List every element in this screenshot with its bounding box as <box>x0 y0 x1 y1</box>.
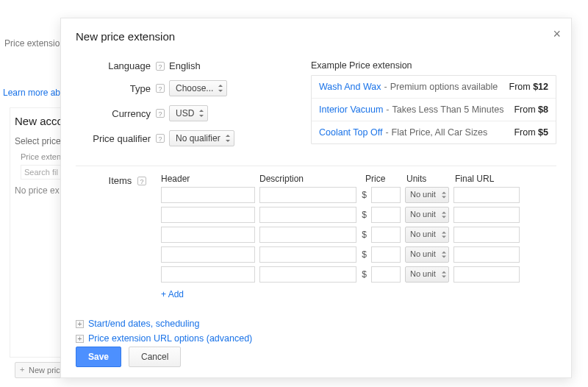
example-desc: Premium options available <box>390 82 498 92</box>
add-item-link[interactable]: + Add <box>161 289 184 299</box>
col-header-units: Units <box>406 174 451 184</box>
new-price-extension-modal: × New price extension Language ? English… <box>60 18 572 378</box>
col-header-description: Description <box>259 174 356 184</box>
sort-icon <box>442 252 446 258</box>
item-row: $No unit <box>161 266 556 283</box>
item-units-value: No unit <box>410 190 436 199</box>
example-link[interactable]: Interior Vacuum <box>319 104 383 115</box>
dollar-sign: $ <box>361 249 367 260</box>
bg-price-ext-label: Price extension <box>4 38 65 49</box>
example-price: From $8 <box>514 104 548 115</box>
item-units-value: No unit <box>410 249 436 258</box>
item-price-input[interactable] <box>371 266 401 283</box>
price-qualifier-label: Price qualifier <box>76 133 154 144</box>
item-final-url-input[interactable] <box>453 246 520 263</box>
sort-icon <box>226 135 231 142</box>
item-row: $No unit <box>161 207 556 223</box>
item-final-url-input[interactable] <box>453 207 520 223</box>
type-label: Type <box>76 83 154 94</box>
url-options-expander[interactable]: + Price extension URL options (advanced) <box>76 333 556 344</box>
item-row: $No unit <box>161 246 556 263</box>
item-price-input[interactable] <box>371 246 401 263</box>
price-qualifier-value: No qualifier <box>176 133 220 143</box>
scheduling-expander[interactable]: + Start/end dates, scheduling <box>76 319 556 329</box>
help-icon[interactable]: ? <box>156 109 165 118</box>
example-price: From $5 <box>514 127 548 138</box>
example-price: From $12 <box>509 82 549 92</box>
close-icon[interactable]: × <box>553 27 561 40</box>
currency-select-value: USD <box>176 108 194 118</box>
language-value: English <box>169 60 201 71</box>
item-row: $No unit <box>161 187 556 203</box>
dollar-sign: $ <box>361 230 367 240</box>
scheduling-expander-label: Start/end dates, scheduling <box>88 319 200 329</box>
save-button[interactable]: Save <box>76 347 121 367</box>
item-units-select[interactable]: No unit <box>405 187 449 203</box>
bg-no-price-text: No price ex <box>15 185 60 196</box>
sort-icon <box>442 212 446 219</box>
example-link[interactable]: Coolant Top Off <box>319 127 382 138</box>
item-description-input[interactable] <box>259 266 356 283</box>
item-description-input[interactable] <box>259 227 356 243</box>
item-price-input[interactable] <box>371 207 401 223</box>
item-units-select[interactable]: No unit <box>405 207 449 223</box>
bg-search-input[interactable]: Search fil <box>21 165 65 180</box>
modal-footer: Save Cancel <box>76 347 181 367</box>
example-desc: Takes Less Than 5 Minutes <box>392 104 503 115</box>
form-column: Language ? English Type ? Choose... Curr… <box>76 60 296 155</box>
example-column: Example Price extension Wash And Wax - P… <box>311 60 556 155</box>
example-heading: Example Price extension <box>311 60 556 71</box>
language-label: Language <box>76 60 154 71</box>
item-price-input[interactable] <box>371 187 401 203</box>
sort-icon <box>442 271 446 278</box>
item-final-url-input[interactable] <box>453 227 520 243</box>
help-icon[interactable]: ? <box>156 84 165 93</box>
item-header-input[interactable] <box>161 207 255 223</box>
item-units-select[interactable]: No unit <box>405 246 449 263</box>
item-final-url-input[interactable] <box>453 266 520 283</box>
items-section-label: Items ? <box>76 174 154 299</box>
sort-icon <box>442 232 446 238</box>
example-dash: - <box>384 82 387 92</box>
dollar-sign: $ <box>361 190 367 200</box>
item-header-input[interactable] <box>161 246 255 263</box>
item-units-select[interactable]: No unit <box>405 266 449 283</box>
item-units-value: No unit <box>410 210 436 219</box>
example-link[interactable]: Wash And Wax <box>319 82 381 92</box>
item-units-value: No unit <box>410 230 436 238</box>
item-header-input[interactable] <box>161 266 255 283</box>
type-select-value: Choose... <box>176 83 213 93</box>
plus-box-icon: + <box>76 320 84 328</box>
help-icon[interactable]: ? <box>156 134 165 143</box>
example-desc: Flat Price, All Car Sizes <box>392 127 488 138</box>
item-units-value: No unit <box>410 269 436 278</box>
type-select[interactable]: Choose... <box>169 80 227 96</box>
example-box: Wash And Wax - Premium options available… <box>311 75 556 144</box>
item-header-input[interactable] <box>161 187 255 203</box>
example-row: Interior Vacuum - Takes Less Than 5 Minu… <box>312 99 556 121</box>
items-column-headers: Header Description Price Units Final URL <box>161 174 556 184</box>
col-header-header: Header <box>161 174 255 184</box>
dollar-sign: $ <box>361 210 367 220</box>
dollar-sign: $ <box>361 269 367 280</box>
cancel-button[interactable]: Cancel <box>129 347 181 367</box>
item-units-select[interactable]: No unit <box>405 227 449 243</box>
currency-select[interactable]: USD <box>169 105 208 121</box>
example-dash: - <box>386 104 389 115</box>
currency-label: Currency <box>76 108 154 119</box>
item-row: $No unit <box>161 227 556 243</box>
col-header-final-url: Final URL <box>455 174 556 184</box>
item-description-input[interactable] <box>259 187 356 203</box>
example-row: Wash And Wax - Premium options available… <box>312 76 556 99</box>
item-header-input[interactable] <box>161 227 255 243</box>
item-description-input[interactable] <box>259 207 356 223</box>
item-price-input[interactable] <box>371 227 401 243</box>
item-final-url-input[interactable] <box>453 187 520 203</box>
bg-price-ext-small: Price extens <box>21 152 65 161</box>
item-description-input[interactable] <box>259 246 356 263</box>
price-qualifier-select[interactable]: No qualifier <box>169 130 234 146</box>
help-icon[interactable]: ? <box>137 177 146 185</box>
example-row: Coolant Top Off - Flat Price, All Car Si… <box>312 121 556 143</box>
sort-icon <box>442 192 446 199</box>
help-icon[interactable]: ? <box>156 62 165 71</box>
